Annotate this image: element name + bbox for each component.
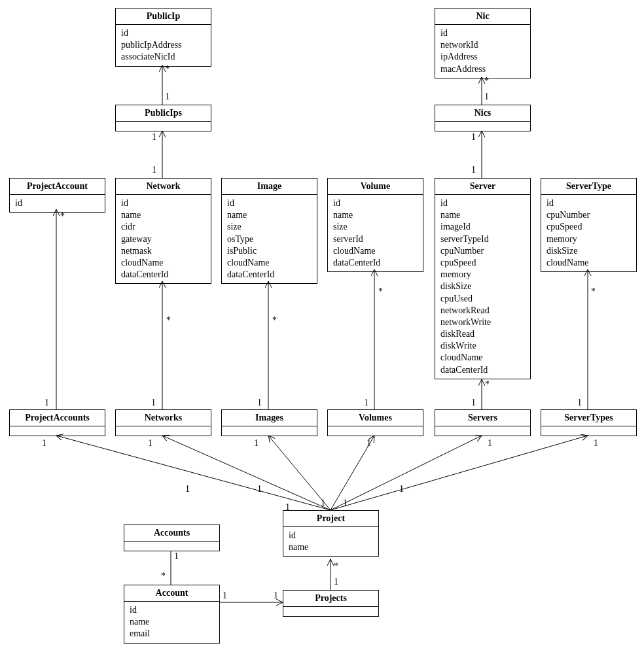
class-attrs: id (10, 195, 105, 212)
class-title: Network (116, 179, 211, 195)
mult-label: * (484, 76, 489, 86)
mult-label: 1 (343, 498, 348, 509)
mult-label: * (272, 315, 277, 326)
class-networks: Networks (115, 409, 211, 436)
class-publicip: PublicIp id publicIpAddress associateNic… (115, 8, 211, 67)
mult-label: * (485, 379, 490, 390)
class-title: Server (435, 179, 530, 195)
class-server: Server id name imageId serverTypeId cpuN… (435, 178, 531, 379)
mult-label: * (166, 315, 171, 326)
class-attrs: id name size osType isPublic cloudName d… (222, 195, 317, 283)
mult-label: 1 (594, 438, 598, 449)
class-title: Accounts (124, 525, 219, 542)
mult-label: 1 (257, 484, 262, 494)
mult-label: 1 (148, 438, 152, 449)
class-attrs: id networkId ipAddress macAddress (435, 25, 530, 78)
mult-label: 1 (254, 438, 259, 449)
class-servertype: ServerType id cpuNumber cpuSpeed memory … (541, 178, 637, 272)
class-title: Image (222, 179, 317, 195)
mult-label: 1 (45, 398, 49, 408)
mult-label: * (334, 561, 338, 572)
mult-label: 1 (223, 591, 227, 601)
mult-label: 1 (42, 438, 46, 449)
mult-label: 1 (185, 484, 190, 494)
class-title: Networks (116, 410, 211, 426)
mult-label: 1 (285, 502, 290, 513)
class-attrs: id cpuNumber cpuSpeed memory diskSize cl… (541, 195, 636, 271)
svg-line-11 (162, 436, 331, 510)
class-title: ServerTypes (541, 410, 636, 426)
mult-label: 1 (471, 132, 476, 143)
mult-label: 1 (334, 577, 338, 587)
class-title: Projects (283, 591, 378, 607)
class-title: Volumes (328, 410, 423, 426)
mult-label: 1 (321, 498, 325, 509)
mult-label: 1 (471, 165, 476, 175)
mult-label: 1 (484, 92, 489, 102)
class-volumes: Volumes (327, 409, 423, 436)
class-title: Volume (328, 179, 423, 195)
class-servertypes: ServerTypes (541, 409, 637, 436)
class-projectaccount: ProjectAccount id (9, 178, 105, 213)
class-title: ProjectAccount (10, 179, 105, 195)
class-title: PublicIp (116, 9, 211, 25)
class-project: Project id name (283, 510, 379, 557)
class-attrs: id name email (124, 602, 219, 643)
class-images: Images (221, 409, 317, 436)
class-nic: Nic id networkId ipAddress macAddress (435, 8, 531, 78)
class-volume: Volume id name size serverId cloudName d… (327, 178, 423, 272)
mult-label: 1 (152, 132, 156, 143)
class-projects: Projects (283, 590, 379, 617)
class-nics: Nics (435, 105, 531, 131)
class-title: Images (222, 410, 317, 426)
mult-label: 1 (471, 398, 476, 408)
class-title: ProjectAccounts (10, 410, 105, 426)
class-image: Image id name size osType isPublic cloud… (221, 178, 317, 284)
class-title: Nic (435, 9, 530, 25)
class-title: Servers (435, 410, 530, 426)
mult-label: 1 (257, 398, 262, 408)
class-servers: Servers (435, 409, 531, 436)
mult-label: 1 (577, 398, 582, 408)
svg-line-10 (56, 436, 331, 510)
class-title: Project (283, 511, 378, 527)
class-network: Network id name cidr gateway netmask clo… (115, 178, 211, 284)
class-publicips: PublicIps (115, 105, 211, 131)
class-title: ServerType (541, 179, 636, 195)
class-attrs: id name size serverId cloudName dataCent… (328, 195, 423, 271)
mult-label: 1 (152, 165, 156, 175)
mult-label: 1 (364, 398, 368, 408)
mult-label: 1 (488, 438, 492, 449)
class-attrs: id name cidr gateway netmask cloudName d… (116, 195, 211, 283)
class-title: Nics (435, 105, 530, 122)
mult-label: * (378, 286, 383, 297)
mult-label: * (60, 211, 65, 222)
class-attrs: id name (283, 527, 378, 556)
svg-line-14 (331, 436, 482, 510)
class-title: PublicIps (116, 105, 211, 122)
mult-label: 1 (174, 551, 179, 562)
class-attrs: id publicIpAddress associateNicId (116, 25, 211, 66)
class-attrs: id name imageId serverTypeId cpuNumber c… (435, 195, 530, 379)
mult-label: 1 (274, 591, 278, 601)
mult-label: 1 (399, 484, 404, 494)
mult-label: * (161, 571, 166, 581)
class-title: Account (124, 585, 219, 602)
mult-label: * (165, 64, 170, 75)
mult-label: 1 (165, 92, 170, 102)
class-accounts: Accounts (124, 525, 220, 551)
mult-label: 1 (151, 398, 156, 408)
class-projectaccounts: ProjectAccounts (9, 409, 105, 436)
class-account: Account id name email (124, 585, 220, 644)
mult-label: 1 (367, 438, 371, 449)
mult-label: * (591, 286, 596, 297)
